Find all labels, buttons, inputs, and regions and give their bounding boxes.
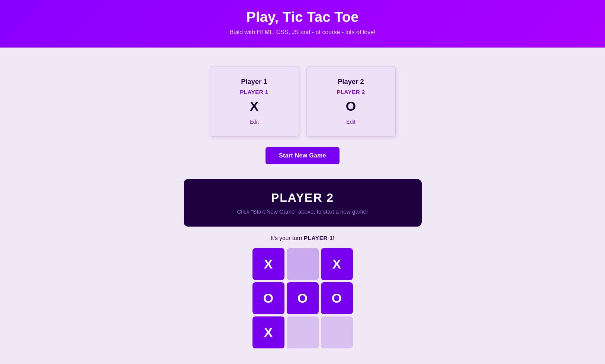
player1-label: Player 1 bbox=[241, 78, 267, 86]
turn-prefix: It's your turn bbox=[271, 235, 304, 241]
players-row: Player 1 PLAYER 1 X Edit Player 2 PLAYER… bbox=[210, 66, 396, 137]
app-subtitle: Build with HTML, CSS, JS and - of course… bbox=[7, 29, 598, 36]
board-cell-8[interactable] bbox=[321, 316, 353, 348]
player1-edit-link[interactable]: Edit bbox=[250, 119, 258, 125]
board-cell-3: O bbox=[252, 282, 284, 314]
player1-card: Player 1 PLAYER 1 X Edit bbox=[210, 66, 299, 137]
app-title: Play, Tic Tac Toe bbox=[7, 9, 598, 25]
app-header: Play, Tic Tac Toe Build with HTML, CSS, … bbox=[0, 0, 605, 48]
board-cell-6: X bbox=[252, 316, 284, 348]
main-content: Player 1 PLAYER 1 X Edit Player 2 PLAYER… bbox=[0, 48, 605, 363]
active-player-name: PLAYER 2 bbox=[199, 191, 407, 205]
player2-label: Player 2 bbox=[338, 78, 364, 86]
player2-edit-link[interactable]: Edit bbox=[346, 119, 355, 125]
game-board: XXOOOX bbox=[252, 248, 353, 348]
player1-symbol: X bbox=[250, 99, 258, 114]
player1-name: PLAYER 1 bbox=[240, 89, 268, 95]
board-cell-2: X bbox=[321, 248, 353, 280]
active-player-banner: PLAYER 2 Click "Start New Game" above, t… bbox=[184, 179, 422, 227]
board-cell-1[interactable] bbox=[287, 248, 319, 280]
board-cell-7[interactable] bbox=[287, 316, 319, 348]
turn-indicator: It's your turn PLAYER 1! bbox=[271, 235, 335, 241]
board-cell-5: O bbox=[321, 282, 353, 314]
start-new-game-button[interactable]: Start New Game bbox=[266, 147, 339, 164]
player2-symbol: O bbox=[346, 99, 356, 114]
turn-suffix: ! bbox=[333, 235, 334, 241]
active-player-hint: Click "Start New Game" above, to start a… bbox=[199, 208, 407, 215]
turn-player: PLAYER 1 bbox=[304, 235, 333, 241]
board-cell-0: X bbox=[252, 248, 284, 280]
player2-name: PLAYER 2 bbox=[337, 89, 365, 95]
board-cell-4: O bbox=[287, 282, 319, 314]
player2-card: Player 2 PLAYER 2 O Edit bbox=[306, 66, 396, 137]
